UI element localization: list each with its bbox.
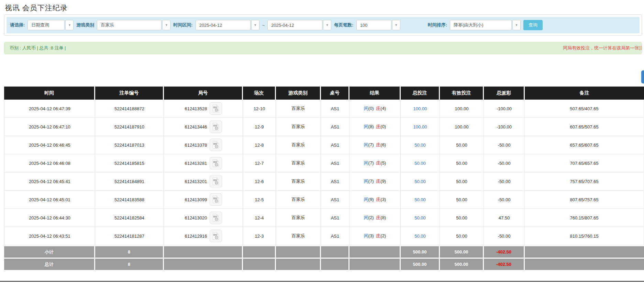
edge-action-button[interactable] bbox=[641, 70, 644, 83]
subtotal-payout: -402.50 bbox=[484, 245, 525, 258]
time-cell: 2025-04-12 06:43:51 bbox=[4, 227, 95, 245]
chevron-down-icon[interactable]: ▼ bbox=[251, 20, 259, 30]
game-type-value[interactable]: 百家乐 bbox=[97, 20, 162, 30]
total-bet-cell: 50.00 bbox=[401, 191, 440, 209]
video-replay-button[interactable] bbox=[210, 102, 222, 115]
player-result-value: (9) bbox=[368, 197, 374, 202]
date-to-value[interactable]: 2025-04-12 bbox=[267, 20, 322, 30]
time-cell: 2025-04-12 06:44:30 bbox=[4, 209, 95, 227]
video-replay-button[interactable] bbox=[210, 157, 222, 169]
banker-result-label: 庄 bbox=[376, 124, 380, 129]
round-id: 612413099 bbox=[185, 197, 207, 202]
col-header-table-no: 桌号 bbox=[321, 87, 349, 100]
note-cell: 707.65/657.65 bbox=[525, 154, 644, 172]
date-from-select[interactable]: 2025-04-12 ▼ bbox=[196, 20, 259, 30]
table-no-cell: AS1 bbox=[321, 154, 349, 172]
session-cell: 12-6 bbox=[243, 172, 276, 191]
game-type-cell: 百家乐 bbox=[276, 209, 321, 227]
total-bet-cell: 50.00 bbox=[401, 227, 440, 245]
round-cell: 612413378 bbox=[164, 136, 243, 154]
player-result-label: 闲 bbox=[364, 160, 368, 166]
video-replay-button[interactable] bbox=[210, 139, 222, 151]
total-bet-link[interactable]: 50.00 bbox=[414, 161, 426, 166]
total-bet-cell: 50.00 bbox=[401, 136, 440, 154]
banker-result-label: 庄 bbox=[376, 215, 380, 220]
page-size-select[interactable]: 100 ▼ bbox=[356, 20, 400, 30]
bet-id-cell: 522414187910 bbox=[95, 118, 164, 136]
payout-cell: -50.00 bbox=[484, 154, 525, 172]
time-cell: 2025-04-12 06:45:41 bbox=[4, 172, 95, 191]
chevron-down-icon[interactable]: ▼ bbox=[65, 20, 74, 30]
game-type-cell: 百家乐 bbox=[276, 136, 321, 154]
total-label: 总计 bbox=[4, 258, 95, 270]
player-result-value: (7) bbox=[368, 142, 374, 147]
total-bet-cell: 100.00 bbox=[401, 100, 440, 118]
total-bet-link[interactable]: 100.00 bbox=[413, 124, 427, 129]
date-from-value[interactable]: 2025-04-12 bbox=[196, 20, 251, 30]
table-row: 2025-04-12 06:45:01 522414183588 6124130… bbox=[4, 191, 644, 209]
banker-result-label: 庄 bbox=[376, 160, 380, 166]
result-cell: 闲(7) 庄(9) bbox=[349, 172, 401, 191]
query-mode-value[interactable]: 日期查询 bbox=[27, 20, 65, 30]
banker-result-value: (4) bbox=[380, 106, 386, 111]
payout-cell: -100.00 bbox=[484, 118, 525, 136]
round-cell: 612413201 bbox=[164, 172, 243, 191]
total-bet-link[interactable]: 100.00 bbox=[413, 106, 427, 111]
game-type-cell: 百家乐 bbox=[276, 227, 321, 245]
total-bet-link[interactable]: 50.00 bbox=[414, 234, 426, 239]
session-cell: 12-9 bbox=[243, 118, 276, 136]
chevron-down-icon[interactable]: ▼ bbox=[162, 20, 170, 30]
search-button[interactable]: 查询 bbox=[523, 20, 543, 30]
round-id: 612413201 bbox=[185, 179, 207, 184]
session-cell: 12-4 bbox=[243, 209, 276, 227]
bet-id-cell: 522414185815 bbox=[95, 154, 164, 172]
result-cell: 闲(3) 庄(2) bbox=[349, 227, 401, 245]
page-size-value[interactable]: 100 bbox=[356, 20, 391, 30]
page-bottom-divider bbox=[0, 281, 644, 282]
time-sort-select[interactable]: 降幂(由大到小) ▼ bbox=[450, 20, 521, 30]
time-sort-label: 时间排序: bbox=[428, 22, 447, 28]
total-bet-link[interactable]: 50.00 bbox=[414, 179, 426, 184]
select-mode-label: 请选择: bbox=[10, 22, 25, 28]
round-cell: 612413528 bbox=[164, 100, 243, 118]
note-cell: 657.65/607.65 bbox=[525, 136, 644, 154]
video-replay-button[interactable] bbox=[210, 212, 222, 224]
total-bet-link[interactable]: 50.00 bbox=[414, 143, 426, 148]
date-to-select[interactable]: 2025-04-12 ▼ bbox=[267, 20, 331, 30]
result-cell: 闲(7) 庄(6) bbox=[349, 136, 401, 154]
valid-bet-cell: 50.00 bbox=[440, 136, 484, 154]
banker-result-label: 庄 bbox=[376, 233, 380, 238]
total-bet-link[interactable]: 50.00 bbox=[414, 215, 426, 220]
chevron-down-icon[interactable]: ▼ bbox=[392, 20, 400, 30]
valid-bet-cell: 50.00 bbox=[440, 209, 484, 227]
bet-id-cell: 522414181287 bbox=[95, 227, 164, 245]
banker-result-value: (8) bbox=[380, 215, 386, 220]
session-cell: 12-10 bbox=[243, 100, 276, 118]
bet-id-cell: 522414182584 bbox=[95, 209, 164, 227]
total-count: 8 bbox=[95, 258, 164, 270]
time-cell: 2025-04-12 06:47:39 bbox=[4, 100, 95, 118]
video-replay-button[interactable] bbox=[210, 121, 222, 133]
video-file-icon bbox=[212, 214, 220, 222]
col-header-game-type: 游戏类别 bbox=[276, 87, 321, 100]
payout-cell: -50.00 bbox=[484, 136, 525, 154]
col-header-time: 时间 bbox=[4, 87, 95, 100]
subtotal-label: 小计 bbox=[4, 245, 95, 258]
chevron-down-icon[interactable]: ▼ bbox=[323, 20, 331, 30]
time-sort-value[interactable]: 降幂(由大到小) bbox=[450, 20, 512, 30]
chevron-down-icon[interactable]: ▼ bbox=[512, 20, 521, 30]
video-replay-button[interactable] bbox=[210, 193, 222, 206]
game-type-select[interactable]: 百家乐 ▼ bbox=[97, 20, 170, 30]
total-row: 总计 8 500.00 500.00 -402.50 bbox=[4, 258, 644, 270]
query-mode-select[interactable]: 日期查询 ▼ bbox=[27, 20, 74, 30]
video-replay-button[interactable] bbox=[210, 175, 222, 188]
video-replay-button[interactable] bbox=[210, 230, 222, 242]
table-row: 2025-04-12 06:46:08 522414185815 6124132… bbox=[4, 154, 644, 172]
page-size-label: 每页笔数: bbox=[334, 22, 353, 28]
video-file-icon bbox=[212, 177, 220, 185]
total-bet-link[interactable]: 50.00 bbox=[414, 197, 426, 202]
time-range-label: 时间区间: bbox=[173, 22, 192, 28]
round-id: 612412916 bbox=[185, 234, 207, 239]
round-id: 612413446 bbox=[185, 124, 207, 129]
game-type-cell: 百家乐 bbox=[276, 172, 321, 191]
